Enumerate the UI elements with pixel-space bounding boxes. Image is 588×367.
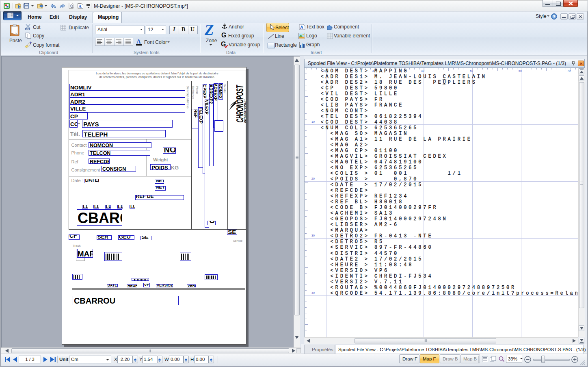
svg-text:INTERNATIONAL°: INTERNATIONAL° (243, 99, 247, 123)
svg-text:A: A (79, 4, 82, 9)
svg-text:A: A (300, 25, 303, 30)
svg-text:?: ? (553, 14, 556, 19)
